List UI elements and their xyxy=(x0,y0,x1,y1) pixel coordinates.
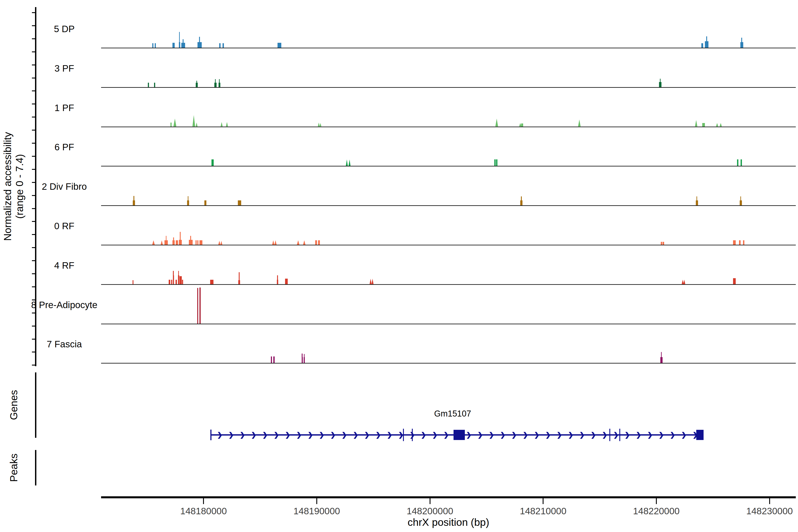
track-label: 2 Div Fibro xyxy=(29,181,100,192)
gene-strand-arrow: ❯ xyxy=(342,431,347,439)
gene-strand-arrow: ❯ xyxy=(262,431,268,439)
peak-bar xyxy=(682,280,684,284)
peak-bar xyxy=(161,240,163,245)
peak-bar xyxy=(274,240,277,245)
track: 0 RF xyxy=(0,207,798,246)
peak-spike xyxy=(521,196,522,205)
peak-bar xyxy=(272,240,274,245)
track-baseline xyxy=(101,284,796,285)
genome-browser-figure: Normalized accessibility (range 0 - 7.4)… xyxy=(0,0,798,532)
track-label: 6 PF xyxy=(29,142,100,152)
gene-strand-arrow: ❯ xyxy=(330,431,336,439)
peak-spike xyxy=(180,232,180,245)
peak-bar xyxy=(175,280,177,284)
peak-bar xyxy=(226,122,228,127)
gene-strand-arrow: ❯ xyxy=(647,431,653,439)
gene-strand-arrow: ❯ xyxy=(636,431,642,439)
peak-bar xyxy=(315,240,317,245)
gene-exon-tick xyxy=(609,429,610,441)
peak-bar xyxy=(663,242,664,245)
track: 8 Pre-Adipocyte xyxy=(0,286,798,325)
track-baseline xyxy=(101,87,796,88)
peaks-bracket-line xyxy=(35,450,36,486)
peak-bar xyxy=(173,119,176,127)
peak-spike xyxy=(304,354,305,363)
peak-bar xyxy=(346,159,348,166)
gene-strand-arrow: ❯ xyxy=(217,431,223,439)
gene-strand-arrow: ❯ xyxy=(308,431,313,439)
peak-spike xyxy=(660,79,661,87)
track-label: 7 Fascia xyxy=(29,339,100,349)
peak-spike xyxy=(190,236,191,245)
peak-spike xyxy=(697,196,697,205)
x-axis-tick-label: 148190000 xyxy=(284,506,350,516)
peak-bar xyxy=(278,43,281,48)
gene-strand-arrow: ❯ xyxy=(285,431,291,439)
gene-exon-box xyxy=(454,430,465,440)
gene-exon-box xyxy=(696,430,704,440)
peak-bar xyxy=(739,240,741,245)
genes-section-label: Genes xyxy=(8,372,19,438)
gene-strand-arrow: ❯ xyxy=(511,431,517,439)
peak-bar xyxy=(192,115,195,126)
peak-spike xyxy=(173,238,174,245)
gene-strand-arrow: ❯ xyxy=(432,431,438,439)
x-axis-tick xyxy=(656,498,657,504)
gene-strand-arrow: ❯ xyxy=(387,431,392,439)
peak-bar xyxy=(197,288,198,324)
track-baseline xyxy=(101,48,796,48)
peak-spike xyxy=(277,275,278,284)
gene-strand-arrow: ❯ xyxy=(353,431,358,439)
peak-bar xyxy=(285,279,288,284)
peak-bar xyxy=(297,240,299,245)
x-axis-line xyxy=(101,496,796,498)
peak-bar xyxy=(204,201,206,205)
peak-bar xyxy=(197,240,198,245)
peak-bar xyxy=(200,287,201,324)
gene-tss-tick xyxy=(210,430,211,440)
peak-bar xyxy=(238,201,241,205)
gene-strand-arrow: ❯ xyxy=(602,431,607,439)
peak-bar xyxy=(318,122,320,127)
peak-spike xyxy=(706,36,707,48)
peak-bar xyxy=(733,240,736,245)
genes-bracket-line xyxy=(35,373,36,438)
gene-strand-arrow: ❯ xyxy=(590,431,596,439)
peak-bar xyxy=(720,123,722,127)
track-baseline xyxy=(101,205,796,206)
gene-strand-arrow: ❯ xyxy=(523,431,528,439)
track: 4 RF xyxy=(0,247,798,285)
gene-strand-arrow: ❯ xyxy=(613,431,619,439)
gene-strand-arrow: ❯ xyxy=(579,431,585,439)
peak-bar xyxy=(348,159,350,166)
peak-bar xyxy=(737,159,739,166)
peak-spike xyxy=(183,39,184,48)
peak-spike xyxy=(179,32,180,48)
peak-bar xyxy=(683,280,685,284)
peak-bar xyxy=(496,159,497,166)
track-label: 0 RF xyxy=(29,221,100,231)
peak-spike xyxy=(661,352,662,363)
peak-bar xyxy=(172,43,175,48)
gene-exon-tick xyxy=(403,429,404,441)
peak-spike xyxy=(173,271,174,284)
peak-bar xyxy=(521,124,523,126)
gene-strand-arrow: ❯ xyxy=(557,431,562,439)
gene-strand-arrow: ❯ xyxy=(681,431,687,439)
peak-spike xyxy=(215,79,216,87)
gene-strand-arrow: ❯ xyxy=(364,431,370,439)
track-label: 3 PF xyxy=(29,63,100,74)
track-label: 4 RF xyxy=(29,260,100,271)
gene-strand-arrow: ❯ xyxy=(228,431,234,439)
x-axis-tick-label: 148230000 xyxy=(736,506,798,516)
gene-exon-tick xyxy=(412,429,413,441)
gene-strand-arrow: ❯ xyxy=(466,431,472,439)
track-baseline xyxy=(101,363,796,363)
gene-strand-arrow: ❯ xyxy=(421,431,426,439)
x-axis-tick-label: 148210000 xyxy=(510,506,576,516)
gene-strand-arrow: ❯ xyxy=(477,431,483,439)
peak-bar xyxy=(221,122,223,127)
peak-bar xyxy=(219,43,221,48)
peak-bar xyxy=(182,280,183,284)
gene-strand-arrow: ❯ xyxy=(568,431,573,439)
